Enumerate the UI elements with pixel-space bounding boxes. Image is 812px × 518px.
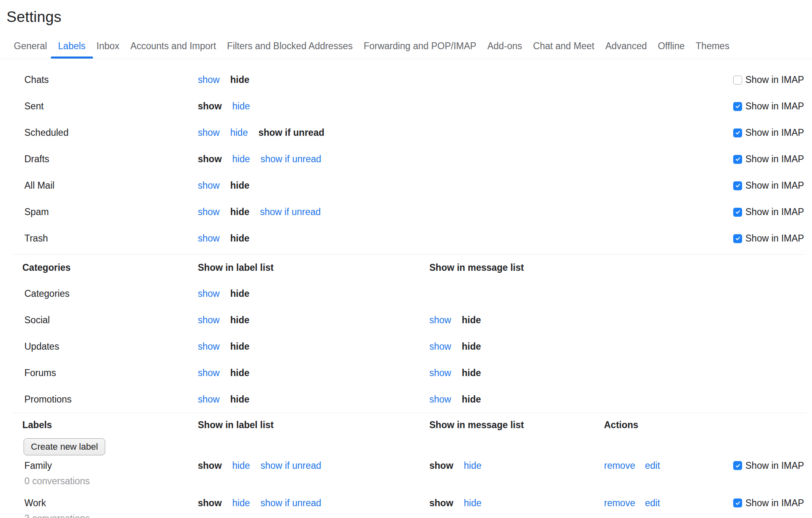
hide-option[interactable]: hide xyxy=(232,154,250,165)
show-option[interactable]: show xyxy=(198,368,220,379)
hide-option: hide xyxy=(462,315,481,326)
show-option[interactable]: show xyxy=(198,74,220,85)
show-in-imap: Show in IMAP xyxy=(733,127,806,138)
show-option[interactable]: show xyxy=(429,368,451,379)
show-in-imap: Show in IMAP xyxy=(733,74,806,85)
user-labels-section: Labels Show in label list Show in messag… xyxy=(12,413,806,518)
row-spam: Spamshowhideshow if unreadShow in IMAP xyxy=(12,199,806,225)
visibility-options: showhide xyxy=(198,368,429,379)
tab-chat-and-meet[interactable]: Chat and Meet xyxy=(533,41,594,51)
label-name-text: Work xyxy=(24,497,198,509)
create-new-label-button[interactable]: Create new label xyxy=(24,438,105,455)
show-in-imap-label: Show in IMAP xyxy=(745,207,804,218)
show-option[interactable]: show xyxy=(198,180,220,191)
user-label-name: Family0 conversations xyxy=(12,459,198,487)
show-in-imap-label: Show in IMAP xyxy=(745,459,804,472)
show-in-imap-label: Show in IMAP xyxy=(745,101,804,112)
tab-label: Chat and Meet xyxy=(533,41,594,51)
tab-label: Advanced xyxy=(605,41,647,51)
tab-forwarding-and-pop-imap[interactable]: Forwarding and POP/IMAP xyxy=(364,41,476,51)
hide-option: hide xyxy=(230,341,249,352)
visibility-options: showhide xyxy=(198,180,429,191)
user-label-name: Work3 conversations xyxy=(12,497,198,518)
show-in-imap: Show in IMAP xyxy=(733,180,806,191)
tab-label: Offline xyxy=(658,41,684,51)
remove-link[interactable]: remove xyxy=(604,497,635,509)
visibility-options: showhide xyxy=(429,497,604,509)
show-if-unread-option[interactable]: show if unread xyxy=(260,207,321,218)
tab-general[interactable]: General xyxy=(14,41,47,51)
tab-themes[interactable]: Themes xyxy=(696,41,730,51)
show-in-imap-checkbox[interactable] xyxy=(733,181,742,190)
show-in-imap-checkbox[interactable] xyxy=(733,128,742,137)
tab-labels[interactable]: Labels xyxy=(58,41,86,51)
hide-option[interactable]: hide xyxy=(464,497,481,509)
show-in-imap-checkbox[interactable] xyxy=(733,498,742,507)
show-in-imap-checkbox[interactable] xyxy=(733,155,742,164)
row-work: Work3 conversationsshowhideshow if unrea… xyxy=(12,497,806,518)
show-option[interactable]: show xyxy=(198,315,220,326)
show-if-unread-option[interactable]: show if unread xyxy=(260,459,321,472)
tab-filters-and-blocked-addresses[interactable]: Filters and Blocked Addresses xyxy=(227,41,353,51)
show-if-unread-option[interactable]: show if unread xyxy=(260,497,321,509)
tab-accounts-and-import[interactable]: Accounts and Import xyxy=(130,41,216,51)
show-in-imap-checkbox[interactable] xyxy=(733,461,742,470)
row-categories: Categoriesshowhide xyxy=(12,281,806,307)
labels-section-title: Labels xyxy=(12,420,198,431)
tab-advanced[interactable]: Advanced xyxy=(605,41,647,51)
show-option[interactable]: show xyxy=(198,394,220,405)
hide-option: hide xyxy=(230,74,249,85)
show-in-imap-checkbox[interactable] xyxy=(733,76,742,85)
label-actions: removeedit xyxy=(604,497,733,509)
tab-inbox[interactable]: Inbox xyxy=(97,41,119,51)
category-name: Forums xyxy=(12,368,198,379)
visibility-options: showhide xyxy=(429,459,604,472)
show-in-imap-checkbox[interactable] xyxy=(733,102,742,111)
edit-link[interactable]: edit xyxy=(645,497,660,509)
visibility-options: showhide xyxy=(429,394,604,405)
show-option[interactable]: show xyxy=(198,341,220,352)
row-chats: ChatsshowhideShow in IMAP xyxy=(12,67,806,93)
hide-option[interactable]: hide xyxy=(232,497,250,509)
show-option[interactable]: show xyxy=(198,233,220,244)
visibility-options: showhideshow if unread xyxy=(198,127,429,138)
show-option[interactable]: show xyxy=(429,394,451,405)
tab-offline[interactable]: Offline xyxy=(658,41,684,51)
remove-link[interactable]: remove xyxy=(604,459,635,472)
show-option[interactable]: show xyxy=(198,127,220,138)
show-in-imap-checkbox[interactable] xyxy=(733,234,742,243)
show-in-imap: Show in IMAP xyxy=(733,207,806,218)
hide-option: hide xyxy=(230,180,249,191)
visibility-options: showhide xyxy=(429,315,604,326)
settings-header: Settings GeneralLabelsInboxAccounts and … xyxy=(0,7,812,59)
settings-tabs: GeneralLabelsInboxAccounts and ImportFil… xyxy=(14,41,812,59)
show-in-imap-label: Show in IMAP xyxy=(745,233,804,244)
categories-section: Categories Show in label list Show in me… xyxy=(12,254,806,413)
hide-option[interactable]: hide xyxy=(230,127,248,138)
conversation-count: 0 conversations xyxy=(24,475,198,487)
show-option[interactable]: show xyxy=(198,288,220,299)
hide-option: hide xyxy=(230,394,249,405)
hide-option[interactable]: hide xyxy=(232,101,250,112)
row-drafts: Draftsshowhideshow if unreadShow in IMAP xyxy=(12,146,806,172)
show-in-imap-checkbox[interactable] xyxy=(733,208,742,217)
show-in-imap: Show in IMAP xyxy=(733,497,806,509)
show-option[interactable]: show xyxy=(429,315,451,326)
edit-link[interactable]: edit xyxy=(645,459,660,472)
show-option[interactable]: show xyxy=(429,341,451,352)
show-option[interactable]: show xyxy=(198,207,220,218)
tab-label: Labels xyxy=(58,41,86,51)
tab-label: Themes xyxy=(696,41,730,51)
conversation-count: 3 conversations xyxy=(24,512,198,518)
categories-rows: CategoriesshowhideSocialshowhideshowhide… xyxy=(12,281,806,413)
show-in-imap: Show in IMAP xyxy=(733,459,806,472)
visibility-options: showhide xyxy=(198,74,429,85)
row-social: Socialshowhideshowhide xyxy=(12,307,806,333)
visibility-options: showhide xyxy=(429,341,604,352)
show-if-unread-option[interactable]: show if unread xyxy=(260,154,321,165)
tab-add-ons[interactable]: Add-ons xyxy=(487,41,522,51)
hide-option[interactable]: hide xyxy=(464,459,481,472)
visibility-options: showhide xyxy=(198,101,429,112)
hide-option[interactable]: hide xyxy=(232,459,250,472)
row-promotions: Promotionsshowhideshowhide xyxy=(12,386,806,413)
